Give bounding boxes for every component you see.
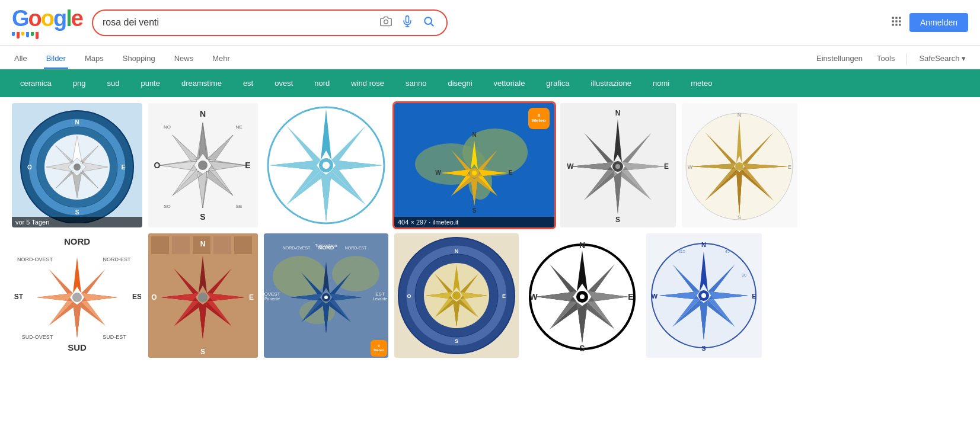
image-card-11[interactable]: N S W E: [525, 233, 640, 358]
svg-marker-131: [73, 257, 81, 293]
search-input[interactable]: rosa dei venti: [103, 17, 373, 28]
filter-chip-sud[interactable]: sud: [98, 75, 127, 91]
svg-point-209: [452, 291, 461, 300]
image-card-8[interactable]: N S O E: [148, 233, 258, 358]
svg-point-104: [615, 164, 620, 169]
image-card-4[interactable]: N S W E ilMeteo 404 × 297 · ilmeteo.it: [394, 103, 554, 227]
svg-rect-4: [895, 17, 897, 18]
filter-chip-ceramica[interactable]: ceramica: [12, 75, 60, 91]
svg-point-166: [198, 293, 208, 302]
svg-text:S: S: [473, 207, 477, 214]
filter-chip-ovest[interactable]: ovest: [266, 75, 301, 91]
svg-text:Levante: Levante: [373, 297, 388, 301]
filter-chip-est[interactable]: est: [235, 75, 261, 91]
svg-text:W: W: [688, 164, 693, 170]
svg-rect-6: [892, 20, 893, 22]
mic-button[interactable]: [399, 15, 416, 30]
filter-chip-nord[interactable]: nord: [306, 75, 338, 91]
nav-maps[interactable]: Maps: [82, 49, 106, 69]
svg-point-192: [324, 296, 328, 299]
svg-text:90: 90: [742, 273, 746, 277]
svg-marker-55: [326, 109, 366, 160]
svg-text:NORD-OVEST: NORD-OVEST: [17, 256, 53, 262]
camera-search-button[interactable]: [378, 15, 394, 30]
svg-rect-10: [895, 24, 897, 25]
search-button[interactable]: [420, 15, 437, 30]
svg-point-143: [72, 293, 82, 302]
google-logo[interactable]: Google: [12, 6, 82, 39]
svg-text:N: N: [200, 109, 206, 118]
svg-marker-99: [584, 119, 618, 162]
svg-point-118: [735, 162, 743, 171]
filter-chip-vettoriale[interactable]: vettoriale: [486, 75, 534, 91]
compass-orange-labeled-svg: NORD SUD OVEST EST NORD-OVEST NORD-EST S…: [14, 235, 141, 357]
image-card-10[interactable]: N S O E: [394, 233, 519, 358]
apps-button[interactable]: [890, 15, 902, 30]
header-right: Anmelden: [890, 13, 968, 32]
svg-text:E: E: [245, 161, 250, 170]
nav-shopping[interactable]: Shopping: [120, 49, 158, 69]
image-card-1[interactable]: N S O E vor 5 Tagen: [12, 103, 142, 227]
image-card-6[interactable]: N S W E: [682, 103, 797, 227]
svg-rect-5: [899, 17, 901, 18]
svg-text:E: E: [788, 164, 791, 170]
image-card-7[interactable]: NORD SUD OVEST EST NORD-OVEST NORD-EST S…: [12, 233, 142, 358]
svg-text:E: E: [249, 293, 254, 302]
filter-chip-disegni[interactable]: disegni: [439, 75, 480, 91]
nav-safesearch[interactable]: SafeSearch ▾: [917, 49, 968, 69]
svg-marker-91: [614, 119, 622, 162]
filter-chip-punte[interactable]: punte: [132, 75, 168, 91]
filter-chip-meteo[interactable]: meteo: [682, 75, 720, 91]
camera-icon: [380, 15, 392, 27]
svg-text:NO: NO: [164, 124, 171, 130]
filter-chip-wind-rose[interactable]: wind rose: [343, 75, 392, 91]
svg-text:E: E: [122, 164, 126, 171]
filter-chip-illustrazione[interactable]: illustrazione: [582, 75, 640, 91]
signin-button[interactable]: Anmelden: [909, 13, 968, 32]
compass-gold-svg: N S W E: [685, 106, 794, 224]
nav-bilder[interactable]: Bilder: [44, 49, 68, 69]
svg-text:NORD-EST: NORD-EST: [103, 256, 131, 262]
svg-text:N: N: [738, 112, 742, 118]
filter-chip-nomi[interactable]: nomi: [644, 75, 678, 91]
svg-marker-51: [321, 109, 331, 160]
image-row-1: N S O E vor 5 Tagen N S O E NO NE SE SO: [0, 97, 980, 227]
svg-text:O: O: [154, 161, 161, 170]
svg-text:S: S: [75, 209, 79, 216]
nav-tools[interactable]: Tools: [874, 49, 897, 69]
meteo-small-badge: ilMeteo: [371, 340, 387, 357]
compass-ring-detailed-svg: N S O E: [396, 235, 518, 357]
filter-chip-dreamstime[interactable]: dreamstime: [173, 75, 230, 91]
nav-alle[interactable]: Alle: [12, 49, 30, 69]
image-card-2[interactable]: N S O E NO NE SE SO: [148, 103, 258, 227]
svg-text:S: S: [615, 216, 620, 224]
filter-chip-png[interactable]: png: [65, 75, 94, 91]
image-card-3[interactable]: [264, 103, 388, 227]
svg-text:NE: NE: [235, 124, 242, 130]
compass-blue-line-svg: N S W E: [649, 236, 759, 355]
nav-mehr[interactable]: Mehr: [210, 49, 232, 69]
svg-text:OVEST: OVEST: [264, 291, 280, 297]
image-card-5[interactable]: N S W E: [560, 103, 676, 227]
svg-text:N: N: [579, 240, 585, 250]
svg-rect-148: [213, 236, 231, 254]
svg-text:Ponente: Ponente: [264, 297, 280, 301]
svg-text:E: E: [752, 293, 756, 300]
svg-point-0: [384, 20, 388, 24]
svg-point-24: [74, 163, 81, 171]
svg-rect-9: [892, 24, 893, 25]
svg-text:SO: SO: [164, 204, 171, 209]
compass-black-bold-svg: N S W E: [528, 236, 637, 355]
nav-news[interactable]: News: [172, 49, 196, 69]
image-card-9[interactable]: NORD Tramontana NORD-OVEST NORD-EST OVES…: [264, 233, 388, 358]
svg-rect-3: [892, 17, 893, 18]
svg-rect-11: [899, 24, 901, 25]
svg-text:EST: EST: [132, 293, 141, 301]
svg-point-82: [472, 171, 477, 175]
svg-point-49: [198, 161, 208, 170]
filter-chip-grafica[interactable]: grafica: [538, 75, 577, 91]
image-card-12[interactable]: N S W E: [646, 233, 762, 358]
nav-einstellungen[interactable]: Einstellungen: [814, 49, 865, 69]
svg-text:NORD-EST: NORD-EST: [345, 246, 367, 250]
filter-chip-sanno[interactable]: sanno: [397, 75, 435, 91]
